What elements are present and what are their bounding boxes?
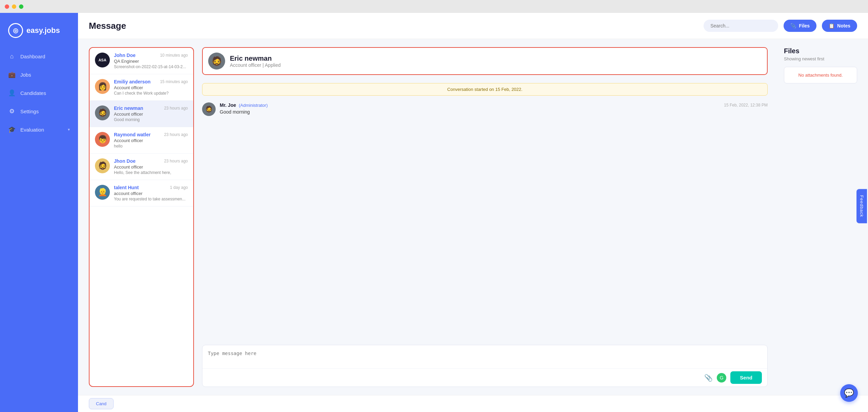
conv-role-raymond: Account officer (114, 138, 188, 143)
conv-role-jhon: Account officer (114, 164, 188, 170)
conv-name-raymond: Raymond watler (114, 132, 151, 137)
titlebar (0, 0, 868, 13)
candidates-icon: 👤 (8, 89, 16, 97)
sidebar-label-jobs: Jobs (20, 72, 31, 78)
files-panel: Files Showing newest first No attachment… (776, 47, 857, 387)
msg-sender-role: (Administrator) (239, 103, 268, 108)
conv-info-eric: Eric newman 23 hours ago Account officer… (114, 105, 188, 122)
conv-time-emiliy: 15 minutes ago (160, 79, 188, 84)
conv-name-jhon: Jhon Doe (114, 158, 136, 164)
jobs-icon: 💼 (8, 71, 16, 78)
message-bubble-mrjoe: 🧔 Mr. Joe (Administrator) 15 Feb, 2022, … (202, 102, 768, 116)
settings-icon: ⚙ (8, 107, 16, 115)
sidebar-item-dashboard[interactable]: ⌂ Dashboard (0, 48, 78, 65)
conversation-list: ASA John Doe 10 minutes ago QA Engineer … (89, 47, 194, 387)
notes-button[interactable]: 📋 Notes (822, 20, 857, 32)
chat-float-button[interactable]: 💬 (840, 384, 858, 402)
attachment-icon[interactable]: 📎 (704, 374, 713, 382)
conv-item-john-doe[interactable]: ASA John Doe 10 minutes ago QA Engineer … (90, 48, 193, 74)
chat-contact-role: Account officer | Applied (230, 62, 281, 68)
conversation-started-banner: Conversation started on 15 Feb, 2022. (202, 83, 768, 96)
evaluation-icon: 🎓 (8, 126, 16, 133)
msg-time: 15 Feb, 2022, 12:38 PM (724, 103, 768, 107)
sidebar-item-settings[interactable]: ⚙ Settings (0, 103, 78, 120)
msg-content-mrjoe: Mr. Joe (Administrator) 15 Feb, 2022, 12… (220, 102, 768, 115)
no-attachments-message: No attachments found. (784, 67, 857, 83)
logo[interactable]: ◎ easy.jobs (0, 20, 78, 48)
conv-name-john-doe: John Doe (114, 53, 136, 58)
files-button[interactable]: 📎 Files (784, 20, 816, 32)
conv-item-raymond[interactable]: 👦 Raymond watler 23 hours ago Account of… (90, 127, 193, 154)
tab-cand[interactable]: Cand (89, 398, 114, 409)
chat-header-info: Eric newman Account officer | Applied (230, 55, 281, 68)
sidebar-label-dashboard: Dashboard (20, 54, 45, 59)
conv-item-jhon[interactable]: 🧔 Jhon Doe 23 hours ago Account officer … (90, 154, 193, 180)
conv-name-emiliy: Emiliy anderson (114, 79, 151, 84)
sidebar-label-settings: Settings (20, 109, 39, 114)
chat-contact-name: Eric newman (230, 55, 281, 62)
sidebar-nav: ⌂ Dashboard 💼 Jobs 👤 Candidates ⚙ Settin… (0, 48, 78, 138)
conv-preview-eric: Good morning (114, 117, 188, 122)
sidebar-label-evaluation: Evaluation (20, 127, 44, 133)
conv-info-emiliy: Emiliy anderson 15 minutes ago Account o… (114, 79, 188, 96)
conv-time-talent: 1 day ago (170, 185, 188, 190)
chat-messages: Conversation started on 15 Feb, 2022. 🧔 … (202, 80, 768, 345)
logo-icon: ◎ (8, 23, 23, 38)
send-button[interactable]: Send (730, 371, 762, 384)
conv-item-emiliy[interactable]: 👩 Emiliy anderson 15 minutes ago Account… (90, 74, 193, 101)
avatar-eric: 🧔 (95, 105, 110, 120)
notes-icon: 📋 (829, 23, 834, 28)
app-wrapper: ◎ easy.jobs ⌂ Dashboard 💼 Jobs 👤 Candida… (0, 13, 868, 412)
avatar-talent: 👱 (95, 185, 110, 200)
bottom-tabs: Cand (78, 395, 868, 412)
avatar-jhon: 🧔 (95, 158, 110, 173)
main-content: Message 📎 Files 📋 Notes ASA John Doe (78, 13, 868, 412)
maximize-button[interactable] (19, 4, 23, 9)
chevron-down-icon: ▾ (68, 127, 70, 132)
chat-header: 🧔 Eric newman Account officer | Applied (202, 47, 768, 75)
page-title: Message (89, 21, 698, 31)
paperclip-icon: 📎 (790, 23, 796, 28)
conv-preview-john-doe: Screenshot-on-2022-02-15-at-14-03-2... (114, 64, 188, 69)
conv-preview-raymond: hello (114, 144, 188, 149)
home-icon: ⌂ (8, 53, 16, 60)
conv-role-emiliy: Account officer (114, 85, 188, 90)
top-bar: Message 📎 Files 📋 Notes (78, 13, 868, 39)
chat-area: 🧔 Eric newman Account officer | Applied … (194, 47, 776, 387)
conv-role-talent: account officer (114, 191, 188, 196)
chat-bubble-icon: 💬 (844, 388, 854, 398)
conv-preview-emiliy: Can I check the Work update? (114, 91, 188, 96)
msg-text: Good morning (220, 109, 768, 115)
search-input[interactable] (704, 20, 778, 32)
conv-name-eric: Eric newman (114, 105, 143, 111)
conv-name-talent: talent Hunt (114, 185, 139, 190)
files-title: Files (784, 47, 857, 55)
content-area: ASA John Doe 10 minutes ago QA Engineer … (78, 39, 868, 395)
msg-sender-name: Mr. Joe (220, 102, 236, 108)
conv-item-eric[interactable]: 🧔 Eric newman 23 hours ago Account offic… (90, 101, 193, 127)
sidebar-item-evaluation[interactable]: 🎓 Evaluation ▾ (0, 121, 78, 138)
sidebar-item-candidates[interactable]: 👤 Candidates (0, 84, 78, 101)
chat-input-area: 📎 G Send (202, 345, 768, 387)
sidebar: ◎ easy.jobs ⌂ Dashboard 💼 Jobs 👤 Candida… (0, 13, 78, 412)
avatar-emiliy: 👩 (95, 79, 110, 94)
minimize-button[interactable] (12, 4, 16, 9)
chat-header-avatar: 🧔 (208, 53, 225, 70)
grammarly-icon: G (717, 373, 726, 382)
sidebar-label-candidates: Candidates (20, 90, 46, 96)
avatar-john-doe: ASA (95, 53, 110, 67)
sidebar-item-jobs[interactable]: 💼 Jobs (0, 66, 78, 83)
conv-item-talent[interactable]: 👱 talent Hunt 1 day ago account officer … (90, 180, 193, 207)
conv-info-jhon: Jhon Doe 23 hours ago Account officer He… (114, 158, 188, 175)
conv-info-talent: talent Hunt 1 day ago account officer Yo… (114, 185, 188, 201)
logo-text: easy.jobs (26, 26, 60, 35)
avatar-mrjoe: 🧔 (202, 102, 216, 116)
feedback-tab[interactable]: Feedback (856, 189, 867, 223)
chat-input[interactable] (202, 345, 767, 367)
close-button[interactable] (5, 4, 9, 9)
conv-role-eric: Account officer (114, 112, 188, 117)
conv-time-jhon: 23 hours ago (164, 159, 188, 163)
conv-preview-talent: You are requested to take assessmen... (114, 197, 188, 201)
files-subtitle: Showing newest first (784, 56, 857, 61)
conv-info-john-doe: John Doe 10 minutes ago QA Engineer Scre… (114, 53, 188, 69)
